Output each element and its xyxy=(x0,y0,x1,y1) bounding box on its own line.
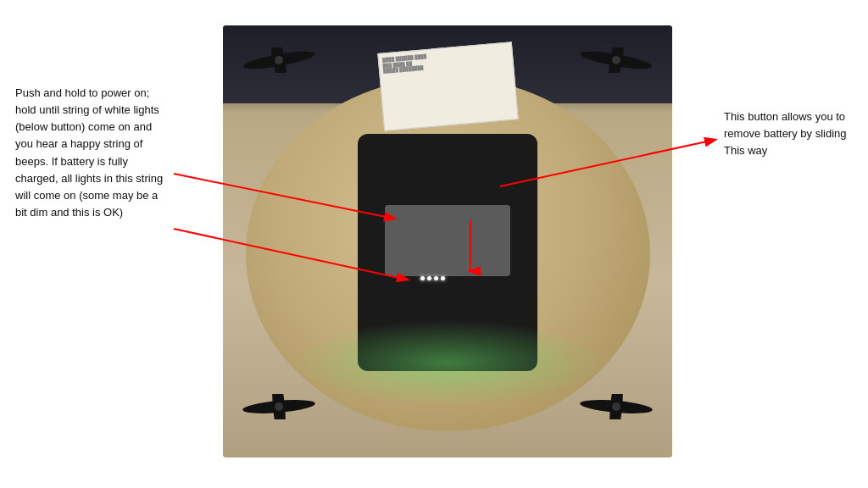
prop-top-left xyxy=(241,47,317,76)
prop-top-right xyxy=(578,47,654,76)
page-container: ████ ██████ ████ ███ ████ ██ █████ █████… xyxy=(0,0,868,488)
annotation-left: Push and hold to power on; hold until st… xyxy=(15,85,172,221)
paper-document: ████ ██████ ████ ███ ████ ██ █████ █████… xyxy=(377,42,518,130)
white-lights xyxy=(420,276,445,280)
svg-point-11 xyxy=(612,402,620,411)
drone-background: ████ ██████ ████ ███ ████ ██ █████ █████… xyxy=(223,25,672,458)
svg-point-5 xyxy=(612,56,620,64)
light-dot-1 xyxy=(420,276,425,280)
annotation-right-text: This button allows you to remove battery… xyxy=(724,110,847,157)
annotation-right: This button allows you to remove battery… xyxy=(724,108,855,159)
svg-point-2 xyxy=(275,56,283,64)
svg-point-8 xyxy=(275,402,283,411)
annotation-left-text: Push and hold to power on; hold until st… xyxy=(15,86,163,219)
light-dot-2 xyxy=(427,276,431,280)
light-dot-4 xyxy=(441,276,445,280)
light-dot-3 xyxy=(434,276,438,280)
green-glow xyxy=(291,319,605,406)
drone-image: ████ ██████ ████ ███ ████ ██ █████ █████… xyxy=(223,25,672,458)
